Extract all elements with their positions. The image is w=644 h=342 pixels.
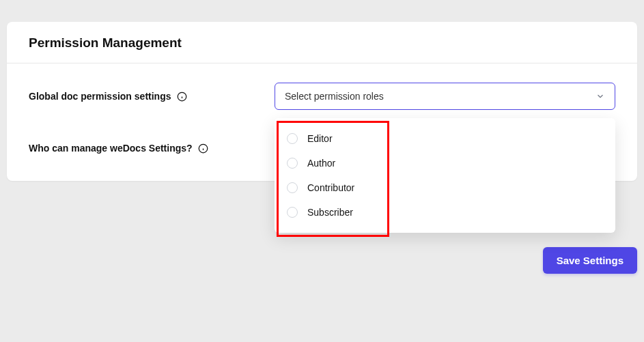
chevron-down-icon: [596, 91, 605, 101]
dropdown-option-subscriber[interactable]: Subscriber: [275, 200, 615, 225]
info-icon[interactable]: [198, 143, 209, 154]
global-permission-row: Global doc permission settings Select pe…: [29, 83, 615, 110]
info-icon[interactable]: [176, 91, 187, 102]
option-label: Author: [307, 158, 335, 169]
radio-icon: [287, 158, 298, 169]
dropdown-option-editor[interactable]: Editor: [275, 126, 615, 151]
dropdown-option-contributor[interactable]: Contributor: [275, 175, 615, 200]
save-settings-button[interactable]: Save Settings: [543, 247, 637, 274]
select-placeholder: Select permission roles: [285, 91, 384, 102]
save-button-wrap: Save Settings: [543, 247, 637, 274]
radio-icon: [287, 182, 298, 193]
option-label: Contributor: [307, 182, 354, 193]
permission-roles-select[interactable]: Select permission roles: [275, 83, 615, 110]
option-label: Editor: [307, 133, 333, 144]
option-label: Subscriber: [307, 207, 353, 218]
radio-icon: [287, 133, 298, 144]
card-header: Permission Management: [7, 22, 637, 63]
global-permission-control: Select permission roles Editor: [275, 83, 615, 110]
manage-settings-label-col: Who can manage weDocs Settings?: [29, 143, 275, 154]
manage-settings-label: Who can manage weDocs Settings?: [29, 143, 193, 154]
card-body: Global doc permission settings Select pe…: [7, 63, 637, 181]
card-title: Permission Management: [29, 35, 615, 51]
global-permission-label-col: Global doc permission settings: [29, 91, 275, 102]
permission-roles-dropdown: Editor Author Contributor Subscriber: [275, 118, 615, 233]
dropdown-option-author[interactable]: Author: [275, 151, 615, 175]
radio-icon: [287, 207, 298, 218]
permission-card: Permission Management Global doc permiss…: [7, 22, 637, 181]
global-permission-label: Global doc permission settings: [29, 91, 171, 102]
